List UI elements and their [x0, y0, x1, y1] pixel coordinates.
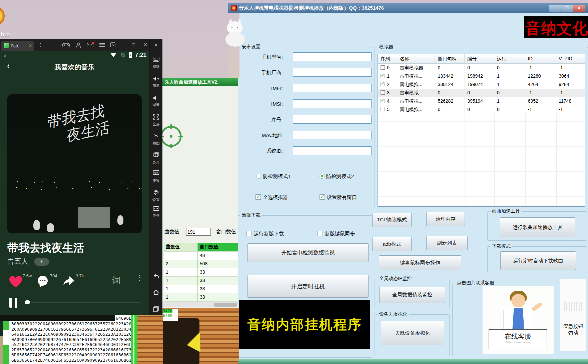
- emergency-button[interactable]: 应急按钮 勿动: [560, 279, 586, 351]
- android-settings-group: 安卓设置 手机型号:手机厂商:IMEI:IMSI:序号:MAC地址系统ID: 防…: [237, 47, 372, 210]
- volume-up-icon[interactable]: [149, 76, 163, 81]
- close-icon[interactable]: ✕: [143, 42, 147, 47]
- column-header[interactable]: 名称: [397, 54, 435, 63]
- kbmouse-sync-button[interactable]: 键盘鼠标同步操作: [379, 255, 461, 270]
- field-input[interactable]: [293, 84, 372, 92]
- emulator-table[interactable]: 序列名称窗口句柄编号运行IDV_PID0雷电模拟器000-1-11雷电模拟...…: [378, 54, 585, 207]
- tab-menu-dots-icon[interactable]: ⋮: [38, 42, 43, 48]
- nav-recents-icon[interactable]: [149, 306, 163, 312]
- v2-column-header: 曲数值: [164, 243, 198, 252]
- column-header[interactable]: 编号: [465, 54, 494, 63]
- minimize-button[interactable]: ─: [549, 5, 561, 12]
- collapse-sidebar-icon[interactable]: «: [149, 41, 163, 48]
- field-label: 手机厂商:: [240, 70, 283, 76]
- column-header[interactable]: V_PID: [556, 54, 585, 63]
- share-icon[interactable]: [62, 274, 75, 287]
- lyrics-button[interactable]: 词: [112, 275, 121, 286]
- v2-table-row: 133: [164, 277, 238, 285]
- apk-install-icon[interactable]: APK: [149, 170, 163, 175]
- table-row[interactable]: 5雷电模拟...000-1-1: [378, 105, 585, 114]
- mail-icon[interactable]: [87, 43, 93, 47]
- maximize-icon[interactable]: □: [132, 42, 135, 47]
- artist-name[interactable]: 告五人: [7, 257, 28, 266]
- table-row[interactable]: 0雷电模拟器000-1-1: [378, 64, 585, 72]
- run-accel-tool-button[interactable]: 运行歌曲加速播放工具: [500, 217, 575, 237]
- hex-line: 55726C223A202268747470733A2F2F6C64646C30…: [11, 342, 137, 347]
- maximize-button[interactable]: ❐: [561, 5, 573, 12]
- customer-service-image[interactable]: 在线客服 Online customer service: [483, 286, 554, 354]
- row-checkbox[interactable]: [381, 82, 385, 86]
- set-all-windows-checkbox[interactable]: [320, 194, 325, 200]
- screenshot-icon[interactable]: ✂: [149, 133, 163, 139]
- global-data-disguise-button[interactable]: 全局数据伪装监控: [379, 287, 445, 303]
- more-icon[interactable]: [149, 206, 163, 211]
- v2-scrollbar-thumb[interactable]: [214, 303, 237, 307]
- column-header[interactable]: 窗口句柄: [435, 54, 465, 63]
- tab-title: 汽水...: [11, 43, 22, 49]
- share-count: 3.7k: [76, 273, 84, 278]
- gamepad-icon[interactable]: [62, 43, 70, 48]
- select-all-emulators-checkbox[interactable]: [255, 194, 261, 200]
- table-row[interactable]: 4雷电模拟...5262823951941695211748: [378, 97, 585, 105]
- new-kbmouse-sync-checkbox[interactable]: [318, 231, 323, 236]
- follow-button[interactable]: +: [34, 258, 49, 266]
- anti-detect-mode1-radio[interactable]: [256, 174, 261, 179]
- table-row[interactable]: 1雷电模拟...1334421989421122603064: [378, 72, 585, 80]
- account-icon[interactable]: [75, 42, 81, 48]
- settings-icon[interactable]: [149, 189, 163, 195]
- tcp-mode-button[interactable]: TCP协议模式: [372, 213, 412, 227]
- field-input[interactable]: [293, 52, 372, 61]
- anti-detect-mode2-radio[interactable]: [320, 174, 325, 179]
- sidebar-item-label: 截图: [149, 141, 163, 146]
- v2-song-count-input[interactable]: [186, 228, 211, 236]
- table-row[interactable]: 2雷电模拟...330124199074142649284: [378, 80, 585, 89]
- menu-icon[interactable]: [99, 43, 105, 47]
- row-checkbox[interactable]: [381, 90, 385, 95]
- close-button[interactable]: ✕: [573, 5, 585, 12]
- minimize-icon[interactable]: ─: [121, 42, 125, 47]
- field-input[interactable]: [293, 115, 372, 124]
- row-checkbox[interactable]: [381, 65, 385, 70]
- title-bar[interactable]: 音乐人挂机雷电模拟器防检测挂机播放（内部版）QQ：38251476 ─ ❐ ✕: [228, 3, 588, 13]
- fullscreen-icon[interactable]: [149, 114, 163, 120]
- song-title: 带我去找夜生活: [7, 241, 84, 256]
- progress-thumb[interactable]: [25, 300, 30, 304]
- nav-home-icon[interactable]: [149, 289, 163, 295]
- start-timer-afk-button[interactable]: 开启定时挂机: [247, 275, 369, 298]
- start-detection-monitor-button[interactable]: 开始雷电检测数据监视: [247, 243, 369, 262]
- multi-open-icon[interactable]: [149, 152, 163, 157]
- album-art[interactable]: 带我去找 夜生活: [7, 94, 142, 233]
- row-checkbox[interactable]: [381, 99, 385, 103]
- volume-down-icon[interactable]: [149, 95, 163, 101]
- row-checkbox[interactable]: [381, 74, 385, 78]
- pause-button[interactable]: [9, 298, 19, 308]
- table-row[interactable]: 3雷电模拟...000-1-1: [378, 89, 585, 97]
- nav-back-icon[interactable]: [149, 273, 163, 279]
- refresh-list-button[interactable]: 刷新列表: [426, 236, 468, 250]
- field-input[interactable]: [293, 146, 372, 155]
- remove-device-virtualization-button[interactable]: 去除设备虚拟化: [381, 321, 444, 345]
- run-new-download-checkbox[interactable]: [246, 231, 252, 236]
- field-input[interactable]: [293, 131, 372, 139]
- sidebar-item-label: 安装: [149, 179, 163, 183]
- song-more-icon[interactable]: ⋮: [136, 273, 143, 282]
- field-input[interactable]: [293, 68, 372, 77]
- like-heart-icon[interactable]: [9, 275, 23, 288]
- row-checkbox[interactable]: [381, 107, 385, 111]
- column-header[interactable]: ID: [525, 54, 556, 63]
- comment-icon[interactable]: [36, 275, 49, 288]
- column-header[interactable]: 序列: [378, 54, 397, 63]
- desktop-pet-cat[interactable]: [225, 19, 247, 47]
- tab-close-icon[interactable]: ✕: [29, 43, 32, 48]
- group-label: 歌曲加速工具: [490, 208, 522, 214]
- adb-mode-button[interactable]: adb模式: [372, 237, 412, 251]
- progress-track[interactable]: [31, 302, 141, 303]
- field-input[interactable]: [293, 99, 372, 108]
- city-lights: [11, 180, 11, 181]
- clean-memory-button[interactable]: 清理内存: [426, 212, 465, 226]
- resize-icon[interactable]: [110, 42, 116, 48]
- run-auto-download-button[interactable]: 运行定时自动下载歌曲: [500, 251, 576, 270]
- column-header[interactable]: 运行: [494, 54, 525, 63]
- tab-soda-music[interactable]: 汽水... ✕: [1, 41, 34, 51]
- keyboard-icon[interactable]: [149, 57, 163, 62]
